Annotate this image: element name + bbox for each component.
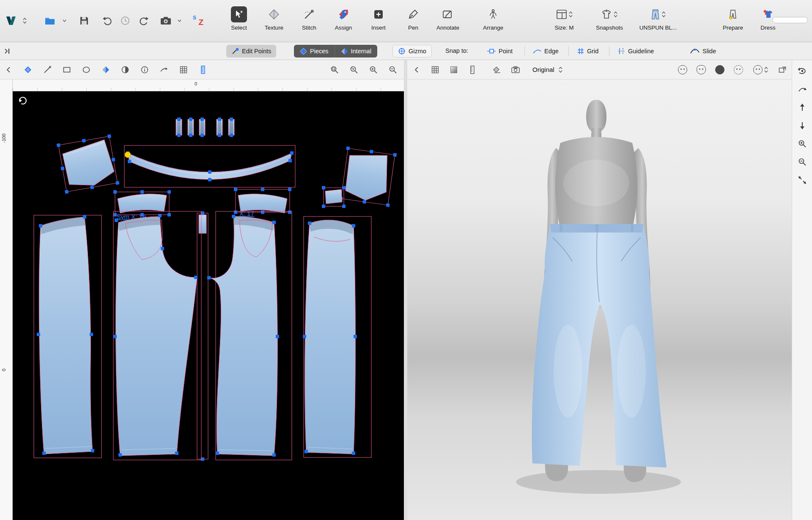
tool-colorway[interactable]: UNSPUN BL... — [639, 6, 677, 31]
pattern-leg-back-right[interactable] — [303, 216, 371, 457]
snap-point-button[interactable]: Point — [482, 45, 518, 57]
ellipse-tool-button[interactable] — [81, 65, 91, 75]
select-cursor-icon — [234, 9, 244, 19]
canvas-home-icon[interactable] — [19, 97, 26, 104]
pattern-yoke-left[interactable] — [113, 190, 171, 216]
tool-snapshots[interactable]: Snapshots — [596, 6, 623, 31]
zoom-selection-button[interactable] — [329, 65, 340, 75]
app-logo[interactable] — [4, 14, 18, 28]
pieces-toggle[interactable]: Pieces — [294, 45, 335, 57]
open-file-button[interactable] — [43, 14, 57, 28]
avatar-face-icon — [697, 65, 706, 74]
ruler-toggle-button[interactable] — [198, 65, 208, 75]
stitch-view-button[interactable] — [42, 65, 52, 75]
tool-size[interactable]: Size: M — [553, 6, 575, 31]
tool-snapshots-label: Snapshots — [596, 25, 623, 31]
tool-select[interactable]: Select — [231, 6, 247, 31]
flip-piece-button[interactable] — [159, 65, 169, 75]
eraser-button[interactable] — [492, 65, 502, 75]
pattern-belt-loops[interactable] — [176, 118, 234, 137]
pattern-pocket-left[interactable] — [57, 134, 120, 194]
tool-assign[interactable]: Assign — [335, 6, 352, 31]
redo-button[interactable] — [137, 14, 151, 28]
zoom-fit-button[interactable] — [349, 65, 359, 75]
pattern-fly-piece[interactable] — [197, 211, 208, 461]
tool-stitch[interactable]: Stitch — [301, 6, 317, 31]
rectangle-tool-button[interactable] — [62, 65, 72, 75]
fit-view-button[interactable] — [797, 175, 807, 185]
shading-button[interactable] — [449, 65, 459, 75]
internal-icon — [341, 48, 348, 55]
ruler-vertical: -100 0 — [0, 79, 13, 520]
pan-down-button[interactable] — [797, 120, 807, 131]
fold-view-button[interactable] — [120, 65, 130, 75]
snap-grid-button[interactable]: Grid — [572, 45, 604, 57]
camera-chevron[interactable] — [176, 14, 182, 28]
logo-chevrons[interactable] — [20, 14, 27, 28]
edit-points-icon — [231, 47, 239, 55]
history-button[interactable] — [118, 14, 132, 28]
collapse-3d-toolbar-button[interactable] — [411, 65, 422, 75]
avatar-head-1-button[interactable] — [678, 65, 688, 75]
half-circle-icon — [121, 66, 129, 74]
tool-pen[interactable]: Pen — [405, 6, 421, 31]
panel-expand-button[interactable] — [2, 45, 14, 57]
tool-pen-label: Pen — [408, 25, 418, 31]
grid-toggle-button[interactable] — [178, 65, 189, 75]
show-pieces-button[interactable] — [23, 65, 33, 75]
zoom-out-3d-button[interactable] — [797, 157, 807, 167]
toolbar-pill-widget[interactable] — [772, 17, 808, 23]
tool-arrange-label: Arrange — [483, 25, 503, 31]
tool-insert[interactable]: Insert — [370, 6, 387, 31]
measure-3d-button[interactable] — [467, 65, 477, 75]
avatar-jeans[interactable] — [532, 224, 667, 468]
texture-icon — [269, 9, 280, 20]
rotate-view-button[interactable] — [797, 84, 807, 94]
viewport-3d[interactable] — [407, 79, 792, 520]
arrow-up-icon — [799, 103, 806, 112]
avatar-head-2-button[interactable] — [696, 65, 706, 75]
gizmo-button[interactable]: Gizmo — [392, 45, 432, 57]
pattern-leg-front-left[interactable] — [113, 211, 201, 460]
chevron-up-icon — [569, 11, 573, 14]
slide-button[interactable]: Slide — [685, 45, 721, 57]
pattern-waistband[interactable] — [124, 145, 295, 187]
eraser-icon — [493, 66, 501, 73]
pattern-leg-front-right[interactable] — [207, 211, 292, 460]
zoom-out-button[interactable] — [388, 65, 398, 75]
tool-arrange[interactable]: Arrange — [483, 6, 503, 31]
snapshot-camera-button[interactable] — [159, 14, 173, 28]
open-file-chevron[interactable] — [61, 14, 67, 28]
avatar-head-4-button[interactable] — [733, 65, 743, 75]
grid-3d-button[interactable] — [430, 65, 440, 75]
pattern-pocket-right[interactable] — [339, 146, 397, 207]
tool-texture[interactable]: Texture — [265, 6, 283, 31]
zoom-in-button[interactable] — [368, 65, 379, 75]
avatar-head-3-button[interactable] — [715, 65, 725, 75]
size-grade-button[interactable]: S Z — [191, 14, 205, 28]
snap-edge-button[interactable]: Edge — [528, 45, 564, 57]
save-button[interactable] — [77, 14, 91, 28]
render-camera-button[interactable] — [510, 65, 521, 75]
tool-prepare[interactable]: Prepare — [723, 6, 743, 31]
pattern-leg-back-left[interactable] — [34, 215, 102, 458]
colorway-dropdown[interactable]: Original — [532, 66, 562, 73]
zoom-in-3d-button[interactable] — [797, 139, 807, 149]
tool-annotate[interactable]: Annotate — [436, 6, 459, 31]
zoom-selection-icon — [330, 66, 339, 74]
pan-up-button[interactable] — [797, 102, 807, 112]
detach-view-button[interactable] — [777, 65, 787, 75]
selected-point-handle[interactable] — [125, 152, 131, 158]
info-button[interactable] — [140, 65, 150, 75]
pattern-canvas[interactable]: Sym X: 19 X: 17 — [13, 91, 404, 520]
edit-points-button[interactable]: Edit Points — [226, 45, 276, 57]
internal-toggle[interactable]: Internal — [335, 45, 377, 57]
snap-guideline-button[interactable]: Guideline — [612, 45, 659, 57]
collapse-2d-toolbar-button[interactable] — [3, 65, 14, 75]
panel-splitter[interactable] — [404, 60, 407, 520]
pattern-small-piece[interactable] — [322, 186, 346, 208]
undo-button[interactable] — [100, 14, 115, 28]
internal-lines-button[interactable] — [101, 65, 111, 75]
avatar-selector-button[interactable] — [752, 65, 769, 75]
turntable-button[interactable] — [797, 66, 807, 76]
